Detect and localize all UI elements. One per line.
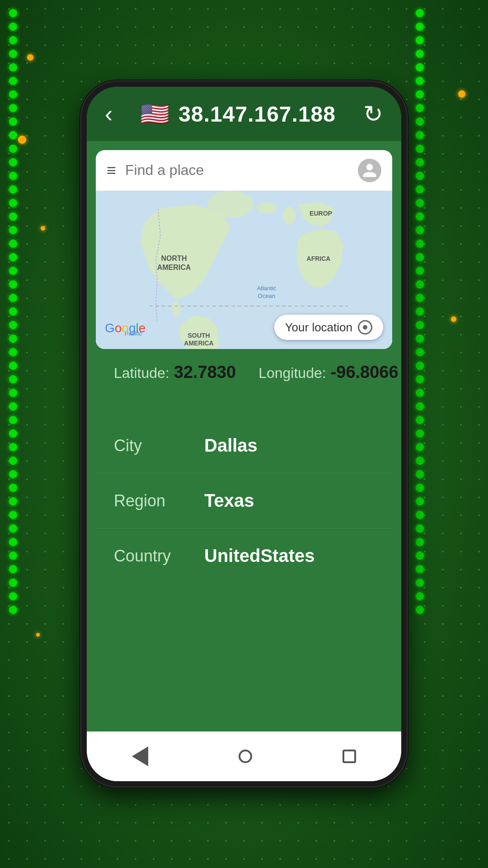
coordinates-panel: Latitude: 32.7830 Longitude: -96.8066 xyxy=(96,349,392,418)
svg-text:AFRICA: AFRICA xyxy=(307,255,331,262)
user-avatar-button[interactable] xyxy=(358,159,381,182)
svg-point-2 xyxy=(257,203,277,213)
country-label: Country xyxy=(114,547,204,566)
phone-screen: ‹ 🇺🇸 38.147.167.188 ↻ ≡ xyxy=(87,87,401,781)
longitude-label: Longitude: xyxy=(258,365,326,382)
location-details: City Dallas Region Texas Country UnitedS… xyxy=(96,418,392,731)
nav-back-button[interactable] xyxy=(132,746,148,766)
bottom-navigation xyxy=(87,731,401,781)
longitude-value: -96.8066 xyxy=(331,363,399,382)
accent-dot xyxy=(41,226,45,231)
map-search-bar: ≡ xyxy=(96,150,392,191)
accent-dot xyxy=(458,90,465,98)
latitude-value: 32.7830 xyxy=(174,363,236,382)
region-value: Texas xyxy=(204,491,254,511)
accent-dot xyxy=(27,54,33,61)
svg-text:EUROP: EUROP xyxy=(310,210,332,217)
svg-text:Atlantic: Atlantic xyxy=(257,285,277,292)
city-value: Dallas xyxy=(204,435,258,456)
search-input[interactable] xyxy=(125,162,349,179)
country-value: UnitedStates xyxy=(204,546,315,566)
ip-address: 38.147.167.188 xyxy=(178,102,336,127)
nav-home-button[interactable] xyxy=(239,750,252,763)
longitude-item: Longitude: -96.8066 xyxy=(258,363,398,382)
country-row: Country UnitedStates xyxy=(96,528,392,583)
svg-point-3 xyxy=(283,207,296,225)
svg-text:NORTH: NORTH xyxy=(161,255,187,262)
accent-dot xyxy=(36,633,40,637)
your-location-button[interactable]: Your location xyxy=(274,315,383,340)
home-circle-icon xyxy=(239,750,252,763)
nav-recent-button[interactable] xyxy=(343,750,356,763)
google-watermark: Google xyxy=(105,321,145,335)
accent-dot xyxy=(18,136,26,144)
location-target-icon xyxy=(358,320,372,335)
app-header: ‹ 🇺🇸 38.147.167.188 ↻ xyxy=(87,87,401,141)
back-triangle-icon xyxy=(132,746,148,766)
svg-text:SOUTH: SOUTH xyxy=(188,332,210,339)
latitude-item: Latitude: 32.7830 xyxy=(114,363,236,382)
region-label: Region xyxy=(114,491,204,510)
city-row: City Dallas xyxy=(96,418,392,473)
refresh-button[interactable]: ↻ xyxy=(363,100,383,127)
accent-dot xyxy=(451,316,456,322)
background-dots-left xyxy=(0,0,81,868)
svg-text:AMERICA: AMERICA xyxy=(157,264,191,271)
city-label: City xyxy=(114,436,204,455)
svg-text:Ocean: Ocean xyxy=(258,292,275,299)
svg-text:AMERICA: AMERICA xyxy=(184,340,213,347)
phone-frame: ‹ 🇺🇸 38.147.167.188 ↻ ≡ xyxy=(81,81,407,787)
region-row: Region Texas xyxy=(96,473,392,528)
header-center: 🇺🇸 38.147.167.188 xyxy=(140,102,336,127)
background-dots-right xyxy=(407,0,488,868)
back-button[interactable]: ‹ xyxy=(105,102,113,126)
coords-row: Latitude: 32.7830 Longitude: -96.8066 xyxy=(114,363,374,391)
latitude-label: Latitude: xyxy=(114,365,169,382)
map-container: ≡ xyxy=(96,150,392,349)
your-location-label: Your location xyxy=(285,321,352,335)
country-flag: 🇺🇸 xyxy=(140,102,169,126)
recent-square-icon xyxy=(343,750,356,763)
map-display: NORTH AMERICA SOUTH AMERICA EUROP AFRICA… xyxy=(96,191,392,349)
hamburger-icon[interactable]: ≡ xyxy=(107,161,116,180)
